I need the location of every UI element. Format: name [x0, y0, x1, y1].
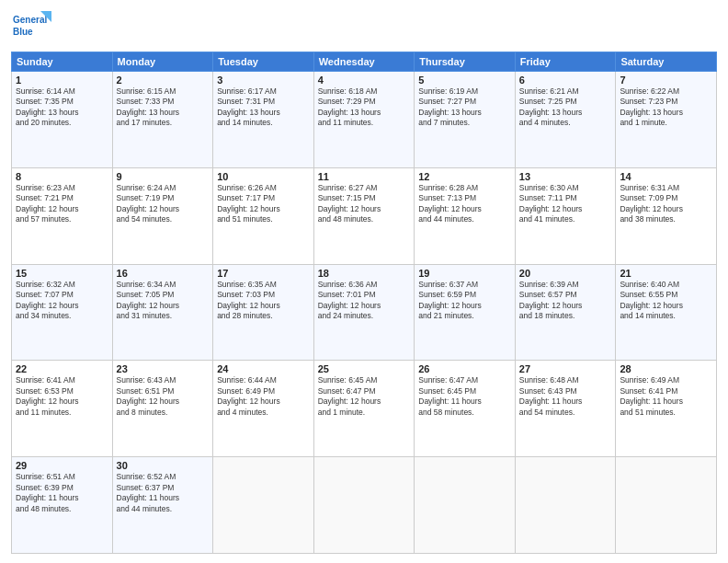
day-header-saturday: Saturday — [616, 52, 717, 72]
calendar-body: 1Sunrise: 6:14 AMSunset: 7:35 PMDaylight… — [12, 72, 717, 554]
svg-text:Blue: Blue — [13, 27, 33, 37]
week-row-4: 22Sunrise: 6:41 AMSunset: 6:53 PMDayligh… — [12, 361, 717, 457]
calendar-cell: 6Sunrise: 6:21 AMSunset: 7:25 PMDaylight… — [515, 72, 616, 168]
day-number: 13 — [519, 171, 612, 182]
cell-info: Sunrise: 6:35 AMSunset: 7:03 PMDaylight:… — [217, 280, 310, 322]
cell-info: Sunrise: 6:18 AMSunset: 7:29 PMDaylight:… — [318, 86, 411, 129]
calendar-cell: 23Sunrise: 6:43 AMSunset: 6:51 PMDayligh… — [112, 361, 213, 457]
cell-info: Sunrise: 6:43 AMSunset: 6:51 PMDaylight:… — [117, 375, 210, 418]
calendar-cell: 1Sunrise: 6:14 AMSunset: 7:35 PMDaylight… — [12, 72, 113, 168]
cell-info: Sunrise: 6:48 AMSunset: 6:43 PMDaylight:… — [519, 375, 612, 418]
day-number: 6 — [519, 75, 612, 86]
day-number: 7 — [620, 75, 712, 86]
cell-info: Sunrise: 6:14 AMSunset: 7:35 PMDaylight:… — [16, 86, 108, 129]
day-number: 27 — [519, 363, 612, 374]
cell-info: Sunrise: 6:40 AMSunset: 6:55 PMDaylight:… — [620, 280, 712, 322]
calendar: SundayMondayTuesdayWednesdayThursdayFrid… — [11, 52, 717, 554]
calendar-cell: 22Sunrise: 6:41 AMSunset: 6:53 PMDayligh… — [12, 361, 113, 457]
logo: General Blue — [11, 9, 51, 44]
cell-info: Sunrise: 6:30 AMSunset: 7:11 PMDaylight:… — [519, 183, 612, 225]
day-header-sunday: Sunday — [12, 52, 113, 72]
calendar-cell: 24Sunrise: 6:44 AMSunset: 6:49 PMDayligh… — [213, 361, 314, 457]
day-number: 4 — [318, 75, 411, 86]
cell-info: Sunrise: 6:47 AMSunset: 6:45 PMDaylight:… — [418, 375, 511, 418]
day-number: 9 — [117, 171, 210, 182]
cell-info: Sunrise: 6:45 AMSunset: 6:47 PMDaylight:… — [318, 375, 411, 418]
calendar-cell: 25Sunrise: 6:45 AMSunset: 6:47 PMDayligh… — [313, 361, 415, 457]
day-number: 18 — [318, 268, 411, 279]
svg-text:General: General — [13, 15, 47, 25]
week-row-1: 1Sunrise: 6:14 AMSunset: 7:35 PMDaylight… — [12, 72, 717, 168]
day-header-friday: Friday — [515, 52, 616, 72]
cell-info: Sunrise: 6:44 AMSunset: 6:49 PMDaylight:… — [217, 375, 310, 418]
cell-info: Sunrise: 6:36 AMSunset: 7:01 PMDaylight:… — [318, 280, 411, 322]
day-number: 14 — [620, 171, 712, 182]
cell-info: Sunrise: 6:27 AMSunset: 7:15 PMDaylight:… — [318, 183, 411, 225]
calendar-cell — [415, 457, 516, 554]
calendar-cell: 10Sunrise: 6:26 AMSunset: 7:17 PMDayligh… — [213, 167, 314, 264]
calendar-cell: 7Sunrise: 6:22 AMSunset: 7:23 PMDaylight… — [616, 72, 717, 168]
day-number: 23 — [117, 363, 210, 374]
day-number: 26 — [418, 363, 511, 374]
calendar-cell: 26Sunrise: 6:47 AMSunset: 6:45 PMDayligh… — [415, 361, 516, 457]
header: General Blue — [11, 9, 717, 44]
day-number: 2 — [117, 75, 210, 86]
calendar-cell — [616, 457, 717, 554]
calendar-cell: 3Sunrise: 6:17 AMSunset: 7:31 PMDaylight… — [213, 72, 314, 168]
calendar-cell: 14Sunrise: 6:31 AMSunset: 7:09 PMDayligh… — [616, 167, 717, 264]
cell-info: Sunrise: 6:24 AMSunset: 7:19 PMDaylight:… — [117, 183, 210, 225]
day-number: 5 — [418, 75, 511, 86]
calendar-cell: 11Sunrise: 6:27 AMSunset: 7:15 PMDayligh… — [313, 167, 415, 264]
day-number: 25 — [318, 363, 411, 374]
day-number: 22 — [16, 363, 108, 374]
calendar-cell: 4Sunrise: 6:18 AMSunset: 7:29 PMDaylight… — [313, 72, 415, 168]
cell-info: Sunrise: 6:15 AMSunset: 7:33 PMDaylight:… — [117, 86, 210, 129]
calendar-cell: 8Sunrise: 6:23 AMSunset: 7:21 PMDaylight… — [12, 167, 113, 264]
day-number: 24 — [217, 363, 310, 374]
calendar-cell: 9Sunrise: 6:24 AMSunset: 7:19 PMDaylight… — [112, 167, 213, 264]
day-header-monday: Monday — [112, 52, 213, 72]
cell-info: Sunrise: 6:34 AMSunset: 7:05 PMDaylight:… — [117, 280, 210, 322]
cell-info: Sunrise: 6:22 AMSunset: 7:23 PMDaylight:… — [620, 86, 712, 129]
calendar-cell: 13Sunrise: 6:30 AMSunset: 7:11 PMDayligh… — [515, 167, 616, 264]
week-row-3: 15Sunrise: 6:32 AMSunset: 7:07 PMDayligh… — [12, 264, 717, 361]
cell-info: Sunrise: 6:51 AMSunset: 6:39 PMDaylight:… — [16, 472, 108, 514]
calendar-cell: 5Sunrise: 6:19 AMSunset: 7:27 PMDaylight… — [415, 72, 516, 168]
cell-info: Sunrise: 6:19 AMSunset: 7:27 PMDaylight:… — [418, 86, 511, 129]
day-number: 3 — [217, 75, 310, 86]
calendar-cell: 17Sunrise: 6:35 AMSunset: 7:03 PMDayligh… — [213, 264, 314, 361]
calendar-cell: 18Sunrise: 6:36 AMSunset: 7:01 PMDayligh… — [313, 264, 415, 361]
calendar-cell: 28Sunrise: 6:49 AMSunset: 6:41 PMDayligh… — [616, 361, 717, 457]
day-number: 12 — [418, 171, 511, 182]
cell-info: Sunrise: 6:23 AMSunset: 7:21 PMDaylight:… — [16, 183, 108, 225]
cell-info: Sunrise: 6:28 AMSunset: 7:13 PMDaylight:… — [418, 183, 511, 225]
cell-info: Sunrise: 6:37 AMSunset: 6:59 PMDaylight:… — [418, 280, 511, 322]
calendar-cell: 16Sunrise: 6:34 AMSunset: 7:05 PMDayligh… — [112, 264, 213, 361]
calendar-cell: 15Sunrise: 6:32 AMSunset: 7:07 PMDayligh… — [12, 264, 113, 361]
calendar-cell — [313, 457, 415, 554]
cell-info: Sunrise: 6:32 AMSunset: 7:07 PMDaylight:… — [16, 280, 108, 322]
page: General Blue SundayMondayTuesdayWednesda… — [0, 0, 728, 563]
day-number: 29 — [16, 460, 108, 471]
calendar-cell: 12Sunrise: 6:28 AMSunset: 7:13 PMDayligh… — [415, 167, 516, 264]
cell-info: Sunrise: 6:17 AMSunset: 7:31 PMDaylight:… — [217, 86, 310, 129]
week-row-5: 29Sunrise: 6:51 AMSunset: 6:39 PMDayligh… — [12, 457, 717, 554]
calendar-cell: 19Sunrise: 6:37 AMSunset: 6:59 PMDayligh… — [415, 264, 516, 361]
day-number: 8 — [16, 171, 108, 182]
day-number: 20 — [519, 268, 612, 279]
day-number: 30 — [117, 460, 210, 471]
week-row-2: 8Sunrise: 6:23 AMSunset: 7:21 PMDaylight… — [12, 167, 717, 264]
cell-info: Sunrise: 6:39 AMSunset: 6:57 PMDaylight:… — [519, 280, 612, 322]
day-number: 1 — [16, 75, 108, 86]
day-number: 17 — [217, 268, 310, 279]
day-number: 15 — [16, 268, 108, 279]
calendar-cell: 2Sunrise: 6:15 AMSunset: 7:33 PMDaylight… — [112, 72, 213, 168]
calendar-cell: 29Sunrise: 6:51 AMSunset: 6:39 PMDayligh… — [12, 457, 113, 554]
calendar-header-row: SundayMondayTuesdayWednesdayThursdayFrid… — [12, 52, 717, 72]
day-number: 19 — [418, 268, 511, 279]
cell-info: Sunrise: 6:52 AMSunset: 6:37 PMDaylight:… — [117, 472, 210, 514]
day-number: 11 — [318, 171, 411, 182]
cell-info: Sunrise: 6:31 AMSunset: 7:09 PMDaylight:… — [620, 183, 712, 225]
cell-info: Sunrise: 6:21 AMSunset: 7:25 PMDaylight:… — [519, 86, 612, 129]
cell-info: Sunrise: 6:41 AMSunset: 6:53 PMDaylight:… — [16, 375, 108, 418]
